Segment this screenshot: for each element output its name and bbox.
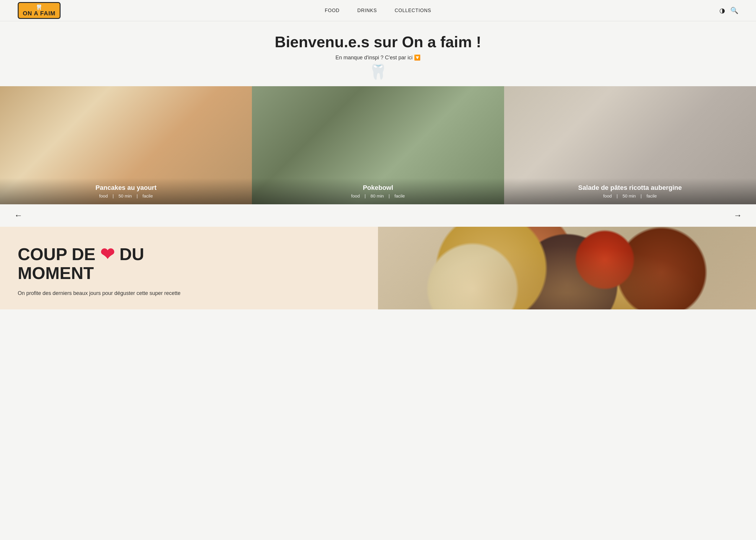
carousel-track: Pancakes au yaourt food | 50 min | facil…: [0, 86, 756, 204]
coup-section: COUP DE ❤ DU MOMENT On profite des derni…: [0, 227, 756, 310]
carousel-overlay-3: Salade de pâtes ricotta aubergine food |…: [504, 178, 756, 204]
carousel-controls: ← →: [0, 204, 756, 227]
carousel-item-2[interactable]: Pokebowl food | 80 min | facile: [252, 86, 504, 204]
sep1a: |: [112, 194, 114, 199]
logo[interactable]: 🦷 ON A FAIM: [18, 2, 61, 19]
carousel-meta-2: food | 80 min | facile: [258, 194, 498, 199]
search-icon[interactable]: 🔍: [730, 7, 738, 15]
difficulty-2: facile: [394, 194, 405, 199]
carousel-next-button[interactable]: →: [731, 209, 744, 221]
category-3: food: [603, 194, 612, 199]
carousel-section: Pancakes au yaourt food | 50 min | facil…: [0, 86, 756, 227]
coup-title: COUP DE ❤ DU MOMENT: [18, 245, 360, 283]
carousel-title-3: Salade de pâtes ricotta aubergine: [510, 184, 750, 192]
logo-monster-icon: 🦷: [36, 5, 42, 10]
nav-food-link[interactable]: FOOD: [325, 8, 340, 13]
nav-collections-link[interactable]: COLLECTIONS: [394, 8, 431, 13]
carousel-item-3[interactable]: Salade de pâtes ricotta aubergine food |…: [504, 86, 756, 204]
carousel-overlay-2: Pokebowl food | 80 min | facile: [252, 178, 504, 204]
coup-title-du: DU: [119, 244, 144, 264]
coup-title-line1: COUP DE: [18, 244, 95, 264]
carousel-title-2: Pokebowl: [258, 184, 498, 192]
category-1: food: [99, 194, 108, 199]
difficulty-3: facile: [647, 194, 657, 199]
carousel-item-1[interactable]: Pancakes au yaourt food | 50 min | facil…: [0, 86, 252, 204]
carousel-overlay-1: Pancakes au yaourt food | 50 min | facil…: [0, 178, 252, 204]
navbar: 🦷 ON A FAIM FOOD DRINKS COLLECTIONS ◑ 🔍: [0, 0, 756, 21]
time-1: 50 min: [118, 194, 132, 199]
nav-actions: ◑ 🔍: [719, 7, 738, 15]
sep2a: |: [365, 194, 366, 199]
logo-text: ON A FAIM: [23, 10, 56, 16]
carousel-prev-button[interactable]: ←: [12, 209, 25, 221]
sep3b: |: [641, 194, 642, 199]
carousel-meta-3: food | 50 min | facile: [510, 194, 750, 199]
carousel-title-1: Pancakes au yaourt: [6, 184, 246, 192]
time-3: 50 min: [623, 194, 636, 199]
hero-title: Bienvenu.e.s sur On a faim !: [6, 33, 750, 51]
coup-description: On profite des derniers beaux jours pour…: [18, 289, 360, 297]
hero-subtitle: En manque d'inspi ? C'est par ici 🔽: [6, 54, 750, 61]
nav-links: FOOD DRINKS COLLECTIONS: [325, 8, 431, 13]
coup-right: [378, 227, 756, 310]
coup-heart-icon: ❤: [100, 244, 115, 264]
hero-monster-icon: 🦷: [6, 63, 750, 80]
sep1b: |: [136, 194, 138, 199]
hero-section: Bienvenu.e.s sur On a faim ! En manque d…: [0, 21, 756, 86]
category-2: food: [351, 194, 360, 199]
time-2: 80 min: [371, 194, 384, 199]
sep2b: |: [388, 194, 390, 199]
sep3a: |: [617, 194, 618, 199]
carousel-meta-1: food | 50 min | facile: [6, 194, 246, 199]
nav-drinks-link[interactable]: DRINKS: [357, 8, 377, 13]
coup-title-moment: MOMENT: [18, 263, 94, 283]
difficulty-1: facile: [143, 194, 153, 199]
coup-food-overlay: [378, 227, 756, 310]
coup-left: COUP DE ❤ DU MOMENT On profite des derni…: [0, 227, 378, 310]
theme-toggle-icon[interactable]: ◑: [719, 7, 725, 15]
